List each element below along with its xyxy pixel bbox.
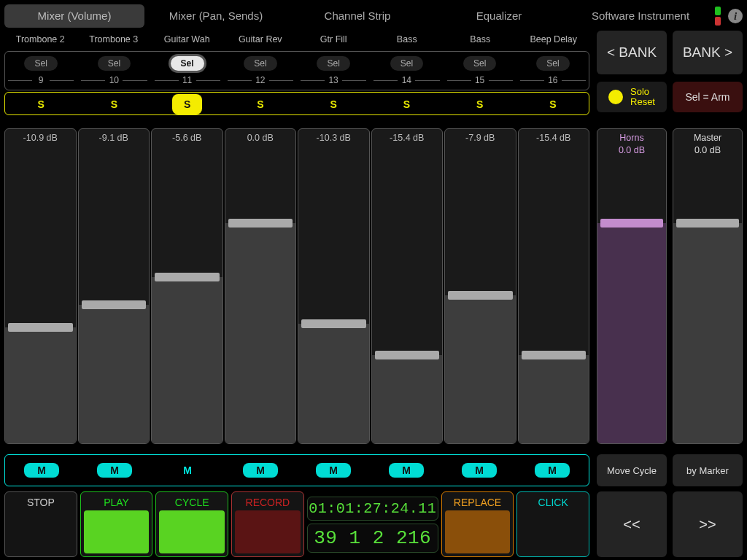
db-value: -5.6 dB [152, 133, 222, 143]
mute-button[interactable]: M [243, 463, 278, 478]
solo-button[interactable]: S [99, 94, 129, 114]
select-button[interactable]: Sel [390, 56, 423, 71]
db-value: -10.9 dB [5, 133, 76, 143]
solo-button[interactable]: S [318, 94, 348, 114]
tab-software-instrument[interactable]: Software Instrument [570, 4, 711, 28]
fader-cap[interactable] [8, 323, 73, 332]
track-number: 13 [298, 73, 369, 88]
track-number: 16 [517, 73, 589, 88]
mute-group: MMMMMMMM [4, 454, 589, 486]
play-button[interactable]: PLAY [80, 491, 153, 557]
track-number: 9 [5, 73, 77, 88]
tab-mixer-pan[interactable]: Mixer (Pan, Sends) [146, 4, 286, 28]
master-fader[interactable]: Master 0.0 dB [673, 128, 743, 444]
level-indicators [715, 7, 722, 26]
next-button[interactable]: >> [673, 491, 743, 557]
sel-arm-button[interactable]: Sel = Arm [673, 82, 743, 112]
replace-button[interactable]: REPLACE [441, 491, 514, 557]
solo-indicator-icon [608, 90, 623, 104]
track-name[interactable]: Bass [444, 31, 516, 48]
track-number: 10 [78, 73, 150, 88]
tab-equalizer[interactable]: Equalizer [429, 4, 569, 28]
bars-beats[interactable]: 39 1 2 216 [307, 524, 438, 553]
fader-cap[interactable] [448, 291, 513, 300]
mute-button[interactable]: M [97, 463, 132, 478]
mute-button[interactable]: M [24, 463, 59, 478]
mute-button[interactable]: M [535, 463, 570, 478]
solo-button[interactable]: S [245, 94, 275, 114]
db-value: -9.1 dB [79, 133, 150, 143]
solo-button[interactable]: S [465, 94, 495, 114]
timecode[interactable]: 01:01:27:24.11 [307, 497, 438, 521]
mute-button[interactable]: M [316, 463, 351, 478]
track-name[interactable]: Beep Delay [518, 31, 590, 48]
track-name[interactable]: Trombone 2 [4, 31, 77, 48]
track-name[interactable]: Guitar Wah [151, 31, 223, 48]
tab-channel-strip[interactable]: Channel Strip [287, 4, 427, 28]
db-value: -15.4 dB [372, 133, 443, 143]
select-group: Sel Sel Sel Sel Sel Sel Sel Sel 9 10 11 … [4, 51, 589, 90]
db-value: -7.9 dB [445, 133, 516, 143]
track-number: 12 [225, 73, 296, 88]
select-button[interactable]: Sel [171, 56, 204, 71]
track-number: 15 [444, 73, 516, 88]
select-button[interactable]: Sel [98, 56, 131, 71]
db-value: -15.4 dB [519, 133, 589, 143]
transport: STOP PLAY CYCLE RECORD 01:01:27:24.11 39… [4, 491, 589, 557]
indicator-green [715, 7, 721, 15]
select-button[interactable]: Sel [536, 56, 569, 71]
mute-button[interactable]: M [170, 463, 205, 478]
volume-fader[interactable]: -7.9 dB [444, 128, 516, 444]
track-number: 14 [371, 73, 442, 88]
bank-prev-button[interactable]: < BANK [597, 31, 667, 74]
fader-cap[interactable] [522, 351, 587, 359]
select-button[interactable]: Sel [463, 56, 496, 71]
track-number: 11 [152, 73, 223, 88]
move-cycle-button[interactable]: Move Cycle [597, 454, 667, 486]
volume-fader[interactable]: 0.0 dB [225, 128, 297, 444]
track-name[interactable]: Gtr Fill [298, 31, 370, 48]
time-display: 01:01:27:24.11 39 1 2 216 [307, 491, 438, 557]
mute-button[interactable]: M [389, 463, 424, 478]
volume-fader[interactable]: -10.9 dB [4, 128, 77, 444]
solo-button[interactable]: S [392, 94, 422, 114]
bank-next-button[interactable]: BANK > [673, 31, 743, 74]
horns-fader[interactable]: Horns 0.0 dB [597, 128, 667, 444]
solo-button[interactable]: S [26, 94, 55, 114]
track-name[interactable]: Trombone 3 [78, 31, 150, 48]
fader-cap[interactable] [82, 300, 147, 309]
fader-cap[interactable] [228, 219, 293, 228]
db-value: 0.0 dB [225, 133, 296, 143]
volume-fader[interactable]: -10.3 dB [298, 128, 370, 444]
volume-fader[interactable]: -9.1 dB [78, 128, 150, 444]
volume-fader[interactable]: -15.4 dB [518, 128, 590, 444]
solo-button[interactable]: S [172, 94, 202, 114]
stop-button[interactable]: STOP [4, 491, 77, 557]
faders: -10.9 dB-9.1 dB-5.6 dB0.0 dB-10.3 dB-15.… [4, 128, 589, 444]
click-button[interactable]: CLICK [516, 491, 589, 557]
fader-cap[interactable] [375, 351, 440, 359]
select-button[interactable]: Sel [244, 56, 276, 71]
solo-reset-button[interactable]: Solo Reset [597, 82, 667, 112]
by-marker-button[interactable]: by Marker [673, 454, 743, 486]
fader-cap[interactable] [155, 273, 220, 281]
fader-cap[interactable] [301, 319, 366, 328]
volume-fader[interactable]: -15.4 dB [371, 128, 444, 444]
db-value: -10.3 dB [298, 133, 369, 143]
solo-button[interactable]: S [538, 94, 568, 114]
prev-button[interactable]: << [597, 491, 667, 557]
track-name[interactable]: Guitar Rev [225, 31, 297, 48]
tab-mixer-volume[interactable]: Mixer (Volume) [4, 4, 144, 28]
record-button[interactable]: RECORD [231, 491, 304, 557]
mute-button[interactable]: M [462, 463, 497, 478]
select-button[interactable]: Sel [24, 56, 57, 71]
select-button[interactable]: Sel [317, 56, 349, 71]
info-icon[interactable]: i [728, 9, 743, 23]
track-names-row: Trombone 2 Trombone 3 Guitar Wah Guitar … [4, 31, 589, 48]
view-tabs: Mixer (Volume) Mixer (Pan, Sends) Channe… [0, 0, 747, 29]
track-name[interactable]: Bass [371, 31, 444, 48]
solo-group: S S S S S S S S [4, 92, 589, 115]
indicator-red [715, 17, 721, 26]
cycle-button[interactable]: CYCLE [155, 491, 228, 557]
volume-fader[interactable]: -5.6 dB [151, 128, 223, 444]
